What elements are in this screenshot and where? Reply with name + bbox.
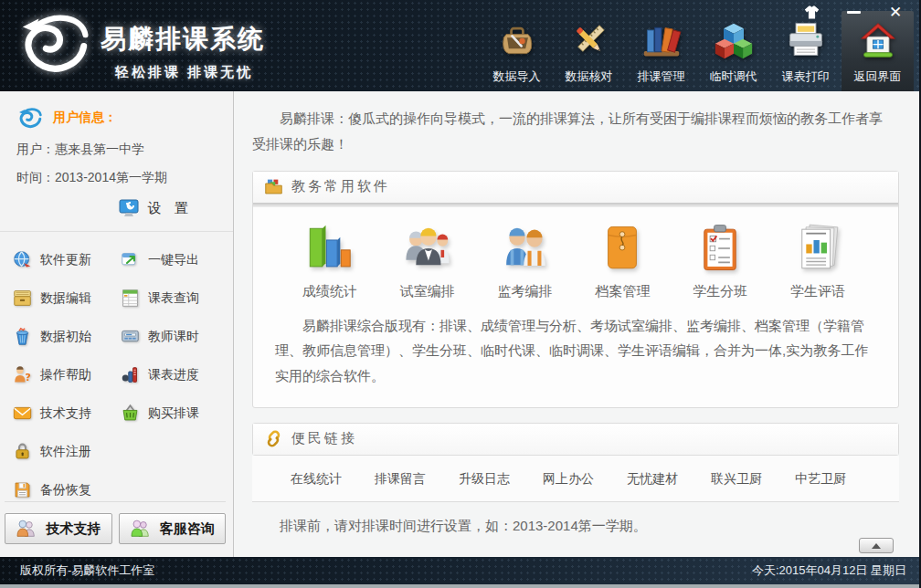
window-controls: ✕ bbox=[802, 4, 905, 20]
toolbar-label: 临时调代 bbox=[710, 68, 757, 85]
user-info-title: 用户信息： bbox=[53, 110, 117, 126]
printer-icon bbox=[786, 20, 826, 60]
tech-support-button[interactable]: 技术支持 bbox=[5, 513, 112, 544]
menu-label: 操作帮助 bbox=[40, 367, 91, 383]
logo-area: 易麟排课系统 轻松排课 排课无忧 bbox=[15, 9, 265, 81]
support-button-label: 客服咨询 bbox=[160, 520, 215, 538]
links-panel-title: 便民链接 bbox=[291, 430, 357, 447]
header: 易麟排课系统 轻松排课 排课无忧 ✕ 数据导入 bbox=[0, 0, 919, 91]
app-title: 易麟排课系统 bbox=[101, 22, 265, 57]
lock-icon bbox=[13, 442, 32, 461]
close-icon[interactable]: ✕ bbox=[886, 4, 905, 20]
link-icon bbox=[264, 429, 283, 448]
quick-link-changelog[interactable]: 升级日志 bbox=[459, 471, 510, 488]
app-label: 成绩统计 bbox=[302, 283, 357, 300]
app-class-assign[interactable]: 学生分班 bbox=[678, 222, 762, 300]
sidebar-item-one-key-export[interactable]: 一键导出 bbox=[121, 250, 229, 269]
toolbar-item-return-home[interactable]: 返回界面 bbox=[842, 11, 914, 91]
export-icon bbox=[121, 250, 140, 269]
links-panel: 便民链接 bbox=[252, 423, 899, 456]
menu-label: 课表进度 bbox=[148, 367, 199, 383]
app-archive[interactable]: 档案管理 bbox=[580, 222, 664, 300]
menu-label: 购买排课 bbox=[148, 405, 199, 422]
folder-apps-icon bbox=[264, 177, 283, 196]
quick-links-row: 在线统计 排课留言 升级日志 网上办公 无忧建材 联兴卫厨 中艺卫厨 bbox=[252, 456, 899, 502]
app-student-comments[interactable]: 学生评语 bbox=[776, 222, 860, 300]
customer-service-button[interactable]: 客服咨询 bbox=[119, 513, 227, 544]
menu-label: 技术支持 bbox=[40, 405, 91, 422]
sidebar-item-teacher-hours[interactable]: 教师课时 bbox=[121, 327, 229, 346]
trash-icon bbox=[13, 327, 32, 346]
toolbar-label: 返回界面 bbox=[854, 68, 902, 85]
toolbar-item-print[interactable]: 课表打印 bbox=[769, 11, 842, 91]
user-name-line: 用户：惠来县第一中学 bbox=[16, 142, 217, 158]
basket-icon bbox=[121, 404, 140, 423]
user-info-panel: 用户信息： 用户：惠来县第一中学 时间：2013-2014第一学期 设 置 bbox=[0, 91, 233, 232]
envelope-icon bbox=[13, 404, 32, 423]
table-search-icon bbox=[121, 289, 140, 308]
app-proctor[interactable]: 监考编排 bbox=[483, 222, 567, 300]
quick-link-message-board[interactable]: 排课留言 bbox=[375, 471, 426, 488]
menu-label: 一键导出 bbox=[148, 252, 199, 268]
monitor-wrench-icon bbox=[118, 198, 140, 218]
links-panel-header: 便民链接 bbox=[253, 424, 898, 455]
globe-update-icon bbox=[13, 250, 32, 269]
footer: 版权所有-易麟软件工作室 今天:2015年04月12日 星期日 bbox=[0, 557, 919, 584]
progress-chart-icon bbox=[121, 365, 140, 384]
scroll-up-button[interactable] bbox=[859, 538, 894, 553]
settings-label: 设 置 bbox=[148, 200, 193, 217]
quick-link-zhongyi-kitchen[interactable]: 中艺卫厨 bbox=[795, 471, 846, 488]
toolbar-item-schedule-manage[interactable]: 排课管理 bbox=[625, 11, 697, 91]
supervisors-icon bbox=[499, 222, 552, 275]
app-label: 档案管理 bbox=[595, 283, 650, 300]
calculator-icon bbox=[121, 327, 140, 346]
menu-label: 教师课时 bbox=[148, 329, 199, 345]
toolbar-label: 排课管理 bbox=[638, 68, 685, 85]
app-exam-room[interactable]: 试室编排 bbox=[386, 222, 470, 300]
sidebar-support-buttons: 技术支持 客服咨询 bbox=[5, 501, 226, 544]
toolbar-item-data-check[interactable]: 数据核对 bbox=[553, 11, 625, 91]
help-person-icon: ? bbox=[13, 365, 32, 384]
sidebar-item-data-init[interactable]: 数据初始 bbox=[13, 327, 121, 346]
bar-chart-icon bbox=[303, 222, 356, 275]
skin-icon[interactable] bbox=[802, 4, 820, 20]
sidebar-item-data-edit[interactable]: 数据编辑 bbox=[13, 289, 121, 308]
archive-folder-icon bbox=[596, 222, 649, 275]
settings-button[interactable]: 设 置 bbox=[16, 198, 193, 218]
minimize-icon[interactable] bbox=[844, 4, 863, 20]
support-button-label: 技术支持 bbox=[46, 520, 101, 538]
sidebar-item-register[interactable]: 软件注册 bbox=[13, 442, 121, 461]
app-subtitle: 轻松排课 排课无忧 bbox=[115, 64, 265, 81]
app-score-stats[interactable]: 成绩统计 bbox=[288, 222, 372, 300]
sidebar-item-timetable-progress[interactable]: 课表进度 bbox=[121, 365, 229, 384]
up-triangle-icon bbox=[872, 543, 881, 549]
quick-link-lianxing-kitchen[interactable]: 联兴卫厨 bbox=[711, 471, 762, 488]
software-panel-title: 教务常用软件 bbox=[291, 178, 390, 195]
sidebar-item-timetable-query[interactable]: 课表查询 bbox=[121, 289, 229, 308]
menu-label: 软件注册 bbox=[40, 444, 91, 460]
sidebar-item-software-update[interactable]: 软件更新 bbox=[13, 250, 121, 269]
cubes-icon bbox=[714, 20, 754, 60]
main-content: 易麟排课：傻瓜式的操作向导模式，一流的排课算法，让所有受困于编排课程而烦恼的教务… bbox=[234, 91, 919, 557]
drawer-icon bbox=[13, 289, 32, 308]
quick-link-online-office[interactable]: 网上办公 bbox=[543, 471, 594, 488]
pencil-ruler-icon bbox=[569, 20, 609, 60]
copyright-text: 版权所有-易麟软件工作室 bbox=[20, 562, 154, 579]
sidebar-item-help[interactable]: ? 操作帮助 bbox=[13, 365, 121, 384]
sidebar-item-tech-support[interactable]: 技术支持 bbox=[13, 404, 121, 423]
menu-label: 课表查询 bbox=[148, 290, 199, 307]
term-line: 时间：2013-2014第一学期 bbox=[16, 170, 217, 186]
app-label: 监考编排 bbox=[498, 283, 553, 300]
quick-link-building-materials[interactable]: 无忧建材 bbox=[627, 471, 678, 488]
software-description: 易麟排课综合版现有：排课、成绩管理与分析、考场试室编排、监考编排、档案管理（学籍… bbox=[253, 302, 898, 407]
toolbar-item-temp-substitute[interactable]: 临时调代 bbox=[697, 11, 769, 91]
toolbar: 数据导入 数据核对 bbox=[481, 11, 914, 91]
date-text: 今天:2015年04月12日 星期日 bbox=[752, 562, 906, 579]
toolbar-item-data-import[interactable]: 数据导入 bbox=[481, 11, 553, 91]
toolbar-label: 数据导入 bbox=[493, 68, 541, 85]
sidebar-item-buy[interactable]: 购买排课 bbox=[121, 404, 229, 423]
app-label: 学生评语 bbox=[790, 283, 845, 300]
menu-label: 数据编辑 bbox=[40, 290, 91, 307]
sidebar-item-backup-restore[interactable]: 备份恢复 bbox=[13, 480, 121, 499]
quick-link-online-stats[interactable]: 在线统计 bbox=[291, 471, 342, 488]
